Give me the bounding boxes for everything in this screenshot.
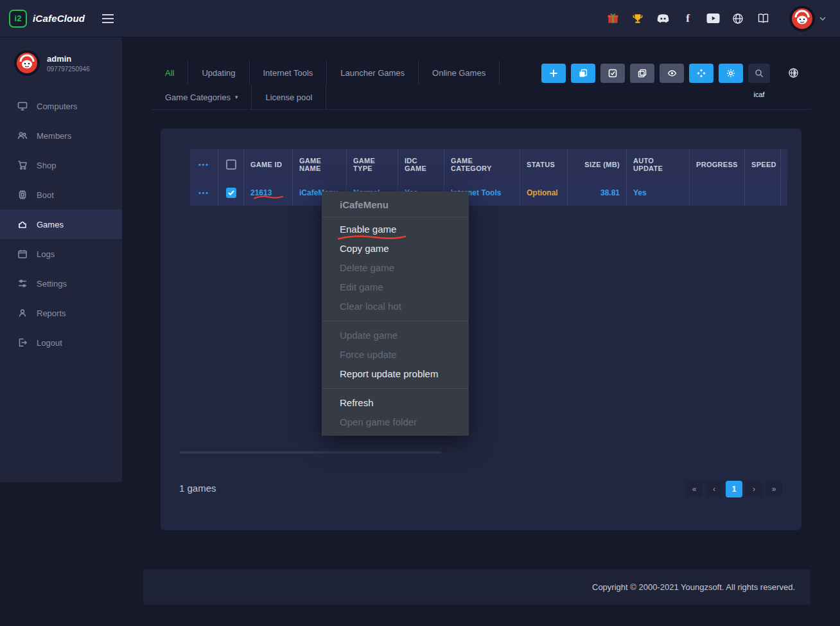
column-game-id[interactable]: GAME ID xyxy=(244,149,293,180)
trophy-icon[interactable] xyxy=(631,12,645,26)
profile-menu[interactable] xyxy=(789,6,826,31)
logout-icon xyxy=(17,337,28,348)
top-header: i2 iCafeCloud f xyxy=(0,0,840,37)
user-account: 097797250946 xyxy=(47,66,90,73)
docs-icon[interactable] xyxy=(756,12,770,26)
facebook-icon[interactable]: f xyxy=(681,12,695,26)
column-idc-game[interactable]: IDC GAME xyxy=(398,149,444,180)
menu-toggle-button[interactable] xyxy=(99,11,117,26)
cell-progress xyxy=(690,180,745,206)
row-actions-button[interactable]: ••• xyxy=(198,190,209,197)
column-progress[interactable]: PROGRESS xyxy=(690,149,745,180)
boot-icon xyxy=(17,190,28,200)
sidebar-item-computers[interactable]: Computers xyxy=(0,91,122,121)
pagination-next-button[interactable]: › xyxy=(746,481,762,497)
sidebar-item-boot[interactable]: Boot xyxy=(0,180,122,210)
menu-item-delete-game: Delete game xyxy=(322,258,469,278)
games-count: 1 games xyxy=(179,483,216,494)
row-actions-cell: ••• xyxy=(190,180,218,206)
menu-item-force-update: Force update xyxy=(322,345,469,364)
discord-icon[interactable] xyxy=(656,12,670,26)
tab-updating[interactable]: Updating xyxy=(188,60,249,85)
pagination: « ‹ 1 › » xyxy=(686,481,782,497)
add-game-button[interactable] xyxy=(541,64,566,83)
context-menu-title: iCafeMenu xyxy=(322,192,469,217)
tab-license-pool[interactable]: License pool xyxy=(252,85,326,109)
language-globe-icon[interactable] xyxy=(788,67,799,78)
pagination-first-button[interactable]: « xyxy=(686,481,703,497)
globe-icon[interactable] xyxy=(731,12,745,26)
sidebar-item-reports[interactable]: Reports xyxy=(0,298,122,328)
checkbox-icon xyxy=(226,159,236,170)
logs-icon xyxy=(17,249,28,259)
menu-item-report-update-problem[interactable]: Report update problem xyxy=(322,364,469,384)
pagination-page-1-button[interactable]: 1 xyxy=(726,481,742,497)
pagination-last-button[interactable]: » xyxy=(766,481,782,497)
column-size-mb[interactable]: SIZE (MB) xyxy=(568,149,627,180)
column-game-category[interactable]: GAME CATEGORY xyxy=(444,149,520,180)
toolbar: icaf xyxy=(541,64,770,83)
tab-launcher-games[interactable]: Launcher Games xyxy=(327,60,419,85)
cell-game-id[interactable]: 21613 xyxy=(244,180,293,206)
tasks-button[interactable] xyxy=(600,64,625,83)
sidebar-item-logs[interactable]: Logs xyxy=(0,239,122,269)
gift-icon[interactable] xyxy=(606,12,620,26)
table-header-row: ••• GAME ID GAME NAME GAME TYPE IDC GAME… xyxy=(190,149,787,180)
sidebar-item-members[interactable]: Members xyxy=(0,121,122,150)
tabs-divider xyxy=(152,109,810,110)
view-button[interactable] xyxy=(660,64,684,83)
sidebar-item-label: Boot xyxy=(37,190,54,200)
menu-item-enable-game[interactable]: Enable game xyxy=(322,220,469,239)
column-game-type[interactable]: GAME TYPE xyxy=(347,149,398,180)
column-update[interactable]: U xyxy=(781,149,787,180)
members-icon xyxy=(17,130,28,141)
games-table-card: ••• GAME ID GAME NAME GAME TYPE IDC GAME… xyxy=(161,129,801,530)
apps-diamond-icon xyxy=(697,69,706,78)
column-game-name[interactable]: GAME NAME xyxy=(293,149,347,180)
brand-logo-icon: i2 xyxy=(9,10,27,28)
column-speed[interactable]: SPEED xyxy=(745,149,781,180)
brand[interactable]: i2 iCafeCloud xyxy=(0,10,85,28)
search-button[interactable] xyxy=(748,64,770,83)
duplicate-button[interactable] xyxy=(630,64,654,83)
sidebar-item-settings[interactable]: Settings xyxy=(0,269,122,298)
cell-speed xyxy=(745,180,781,206)
context-menu: iCafeMenu Enable game Copy game Delete g… xyxy=(322,192,469,436)
tab-all[interactable]: All xyxy=(152,60,188,85)
menu-item-open-game-folder: Open game folder xyxy=(322,413,469,432)
row-checkbox[interactable] xyxy=(226,188,236,198)
tab-internet-tools[interactable]: Internet Tools xyxy=(250,60,328,85)
services-button[interactable] xyxy=(719,64,743,83)
sidebar-item-games[interactable]: Games xyxy=(0,210,122,239)
column-auto-update[interactable]: AUTO UPDATE xyxy=(627,149,690,180)
youtube-icon[interactable] xyxy=(706,12,720,26)
games-table: ••• GAME ID GAME NAME GAME TYPE IDC GAME… xyxy=(190,149,787,206)
copy-pages-icon xyxy=(579,69,588,78)
eye-icon xyxy=(667,69,677,78)
pagination-prev-button[interactable]: ‹ xyxy=(706,481,722,497)
tab-game-categories[interactable]: Game Categories ▾ xyxy=(152,85,252,109)
reports-icon xyxy=(17,308,28,318)
select-all-checkbox[interactable] xyxy=(218,149,244,180)
menu-item-refresh[interactable]: Refresh xyxy=(322,393,469,413)
sidebar-item-label: Logout xyxy=(37,338,62,348)
sidebar-item-logout[interactable]: Logout xyxy=(0,328,122,357)
computers-icon xyxy=(17,101,28,111)
brand-name: iCafeCloud xyxy=(33,13,85,24)
search-input[interactable]: icaf xyxy=(748,85,770,103)
sidebar-item-label: Games xyxy=(37,220,64,229)
copy-games-button[interactable] xyxy=(571,64,595,83)
add-icon xyxy=(549,69,558,78)
gear-icon xyxy=(726,69,735,78)
sidebar-user[interactable]: admin 097797250946 xyxy=(0,37,122,86)
horizontal-scrollbar[interactable] xyxy=(179,451,441,454)
shop-icon xyxy=(17,160,28,170)
cell-auto-update: Yes xyxy=(627,180,690,206)
sidebar-item-shop[interactable]: Shop xyxy=(0,150,122,180)
apps-button[interactable] xyxy=(689,64,713,83)
sidebar-item-label: Settings xyxy=(37,279,67,289)
menu-item-copy-game[interactable]: Copy game xyxy=(322,239,469,258)
tab-online-games[interactable]: Online Games xyxy=(419,60,500,85)
column-status[interactable]: STATUS xyxy=(520,149,568,180)
table-row[interactable]: ••• 21613 iCafeMenu Normal Yes Internet … xyxy=(190,180,787,206)
